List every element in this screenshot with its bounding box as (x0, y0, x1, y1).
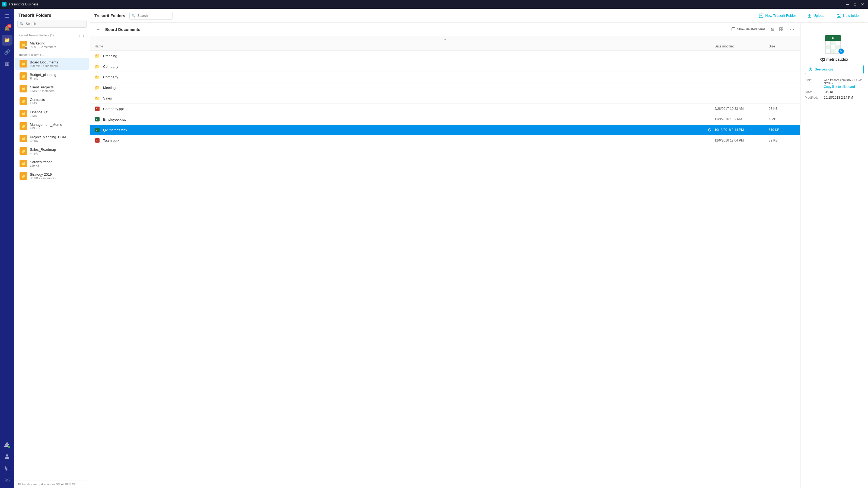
titlebar: T Tresorit for Business ─ □ ✕ (0, 0, 868, 9)
folder-row-branding[interactable]: 📁 Branding (90, 51, 800, 61)
svg-rect-20 (771, 28, 772, 29)
folder-icon-company2: 📁 (94, 74, 100, 80)
folder-row-meetings[interactable]: 📁 Meetings (90, 83, 800, 93)
vault-check-badge (8, 445, 11, 448)
grid-view-button[interactable] (777, 26, 785, 33)
link-icon-q2 (707, 128, 712, 132)
xlsx-icon-q2: X (94, 127, 100, 133)
file-row-q2-metrics[interactable]: X Q2 metrics.xlsx 10/18/2018 2:14 PM 619… (90, 125, 800, 135)
folder-item-sarah[interactable]: 📁 Sarah's tresor 129 KB (15, 158, 89, 169)
sidebar-item-settings[interactable] (2, 475, 12, 486)
notification-badge: 23 (7, 24, 11, 28)
app-brand: Tresorit Folders (94, 13, 125, 18)
copy-link-button[interactable]: Copy link to clipboard (824, 85, 864, 89)
folder-item-finance[interactable]: 📁 Finance_Q1 2 MB (15, 108, 89, 120)
new-folder-label: New folder (843, 13, 860, 18)
see-versions-button[interactable]: See versions (805, 65, 864, 74)
folder-item-client[interactable]: 📁 Client_Projects 6 MB • 3 members (15, 83, 89, 95)
file-table: 📁 Branding 📁 Company 📁 Company (90, 51, 800, 488)
folder-row-company1[interactable]: 📁 Company (90, 61, 800, 72)
size-col-label: Size (769, 44, 775, 48)
new-folder-button[interactable]: New folder (833, 11, 864, 20)
folder-name: Marketing (30, 41, 84, 45)
show-deleted-checkbox[interactable] (732, 27, 735, 31)
sidebar-item-folders[interactable]: 📁 (2, 35, 12, 45)
folder-info-budget: Budget_planning Empty (30, 73, 84, 80)
file-row-company-ppt[interactable]: P Company.ppt 2/28/2017 10:33 AM 97 KB (90, 104, 800, 114)
sidebar-item-links[interactable]: 🔗 (2, 46, 12, 58)
upload-button[interactable]: Upload (803, 11, 828, 20)
close-button[interactable]: ✕ (859, 1, 866, 8)
sidebar-item-vault[interactable] (2, 439, 12, 450)
folder-row-company2[interactable]: 📁 Company (90, 72, 800, 83)
folder-icon-contracts: 📁 (20, 97, 27, 105)
sidebar-footer: All the files are up-to-date — 0% of 100… (14, 480, 90, 488)
folder-item-contracts[interactable]: 📁 Contracts 2 MB (15, 95, 89, 107)
folder-name-contracts: Contracts (30, 98, 84, 102)
sidebar-title: Tresorit Folders (19, 13, 51, 18)
folder-info-strategy: Strategy 2019 88 KB • 2 members (30, 172, 84, 180)
svg-rect-24 (781, 30, 783, 31)
folder-item-sales[interactable]: 📁 Sales_Roadmap Empty (15, 145, 89, 157)
panel-more-button[interactable]: ··· (860, 27, 864, 33)
folder-item-project[interactable]: 📁 Project_planning_DRM Empty (15, 133, 89, 144)
svg-point-9 (6, 480, 8, 481)
minimize-button[interactable]: ─ (844, 1, 850, 8)
file-browser: ← Board Documents Show deleted items (90, 23, 800, 488)
list-view-button[interactable] (769, 26, 776, 33)
size-q2: 619 KB (769, 128, 796, 132)
folder-item-management[interactable]: 📁 Management_Memo 423 KB (15, 120, 89, 132)
file-name-company1: Company (103, 65, 714, 69)
pinned-section-icon[interactable]: ⋮⋮ (78, 33, 86, 37)
search-input[interactable] (18, 20, 87, 28)
show-deleted-toggle[interactable]: Show deleted items (732, 27, 766, 31)
app-title: Tresorit for Business (9, 2, 38, 6)
file-row-team-pptx[interactable]: P Team.pptx 12/6/2016 12:04 PM 32 KB (90, 135, 800, 146)
excel-header: X (825, 35, 841, 41)
folder-meta: 99 MB • 2 members (30, 45, 84, 48)
pinned-section-label: Pinned Tresorit Folders (1) (19, 34, 54, 37)
see-versions-label: See versions (815, 67, 834, 71)
folder-item-board-documents[interactable]: 📁 Board Documents 199 MB • 4 members (15, 58, 89, 70)
sidebar-item-dashboard[interactable]: ▦ (2, 59, 12, 69)
pptx-icon-team: P (94, 137, 100, 143)
folder-icon-sales: 📁 (20, 147, 27, 155)
panel-more: ··· (805, 27, 864, 33)
new-tresorit-button[interactable]: New Tresorit Folder (756, 12, 799, 20)
sort-arrow[interactable]: ▲ (94, 37, 796, 41)
folder-info-management: Management_Memo 423 KB (30, 123, 84, 130)
date-col-label: Date modified (714, 44, 735, 48)
back-button[interactable]: ← (94, 26, 102, 33)
excel-cell (831, 41, 835, 45)
name-col-label: Name (94, 44, 103, 48)
sidebar-item-filter[interactable] (2, 463, 12, 474)
column-date[interactable]: Date modified (714, 44, 769, 48)
date-team: 12/6/2016 12:04 PM (714, 138, 769, 142)
view-toggle (769, 26, 785, 33)
column-name[interactable]: Name (94, 44, 714, 48)
sidebar-item-menu[interactable]: ☰ (2, 11, 12, 22)
more-options-button[interactable]: ··· (788, 26, 796, 33)
folder-name-management: Management_Memo (30, 123, 84, 127)
header-search-input[interactable] (129, 12, 173, 20)
maximize-button[interactable]: □ (852, 1, 858, 8)
folder-meta-management: 423 KB (30, 127, 84, 130)
folder-icon: 📁 (20, 41, 27, 48)
excel-cell (835, 45, 840, 49)
search-wrapper: 🔍 (18, 20, 87, 28)
pinned-folder-marketing[interactable]: 📁 Marketing 99 MB • 2 members (15, 39, 89, 51)
folder-name-budget: Budget_planning (30, 73, 84, 77)
folder-item-strategy[interactable]: 📁 Strategy 2019 88 KB • 2 members (15, 170, 89, 182)
folder-name-board: Board Documents (30, 60, 84, 64)
svg-point-5 (8, 468, 9, 469)
folder-item-budget[interactable]: 📁 Budget_planning Empty (15, 70, 89, 82)
folder-row-sales[interactable]: 📁 Sales (90, 93, 800, 104)
sidebar-item-notifications[interactable]: 🔔 23 (2, 23, 12, 34)
search-wrapper-header: 🔍 (129, 12, 173, 20)
folder-name-sales: Sales_Roadmap (30, 148, 84, 152)
folder-icon-project: 📁 (20, 135, 27, 142)
sidebar-item-people[interactable] (2, 451, 12, 462)
size-value: 619 KB (824, 90, 864, 94)
column-size[interactable]: Size (769, 44, 796, 48)
file-row-employee-xlsx[interactable]: X Employee.xlsx 11/3/2016 1:02 PM 4 MB (90, 114, 800, 125)
